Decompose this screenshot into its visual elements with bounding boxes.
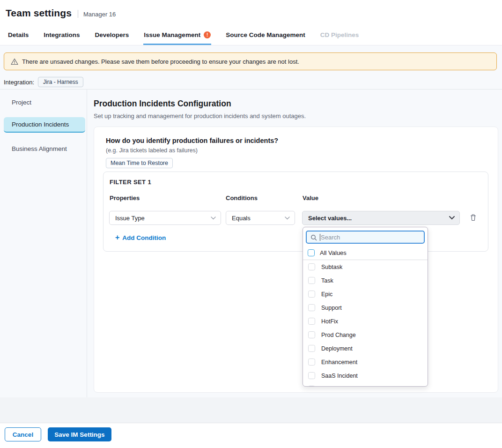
dropdown-search-input[interactable]: [307, 231, 424, 243]
warning-triangle-icon: [11, 58, 18, 65]
sidebar-divider: [87, 90, 87, 397]
properties-select-value: Issue Type: [115, 215, 145, 222]
tab-issue-management[interactable]: Issue Management !: [143, 26, 211, 45]
tab-integrations[interactable]: Integrations: [43, 26, 80, 45]
add-condition-button[interactable]: + Add Condition: [115, 234, 166, 242]
dropdown-option-label: All Values: [320, 249, 347, 256]
dropdown-option[interactable]: Customer Notification: [303, 382, 428, 387]
dropdown-option[interactable]: Task: [303, 274, 428, 287]
properties-select[interactable]: Issue Type: [109, 211, 221, 225]
dropdown-option[interactable]: Subtask: [303, 260, 428, 274]
tab-details[interactable]: Details: [7, 26, 29, 45]
unsaved-changes-banner: There are unsaved changes. Please save t…: [4, 52, 497, 70]
question-heading: How do you identify production failures …: [106, 137, 278, 144]
checkbox[interactable]: [308, 345, 315, 352]
chevron-down-icon: [285, 217, 290, 220]
integration-label: Integration:: [4, 79, 34, 86]
value-select-placeholder: Select values...: [308, 215, 352, 222]
page-header: Team settings Manager 16: [0, 0, 502, 26]
dropdown-option-label: Prod Change: [321, 332, 356, 338]
save-im-settings-button[interactable]: Save IM Settings: [48, 427, 111, 441]
tab-cd-pipelines: CD Pipelines: [320, 26, 360, 45]
checkbox[interactable]: [308, 291, 315, 298]
sidebar-item-label: Business Alignment: [12, 145, 67, 152]
dropdown-option-label: HotFix: [321, 318, 338, 325]
tab-label: CD Pipelines: [320, 31, 359, 38]
page-title: Team settings: [6, 7, 72, 19]
checkbox[interactable]: [308, 372, 315, 379]
section-subtitle: Set up tracking and management for produ…: [94, 112, 306, 119]
tab-developers[interactable]: Developers: [95, 26, 130, 45]
checkbox[interactable]: [308, 331, 315, 338]
dropdown-option-label: Customer Notification: [321, 386, 377, 387]
text-cursor: [320, 234, 320, 241]
delete-filter-button[interactable]: [469, 213, 477, 222]
tab-label: Source Code Management: [226, 31, 305, 38]
alert-badge-icon: !: [204, 31, 211, 38]
banner-text: There are unsaved changes. Please save t…: [22, 58, 299, 65]
dropdown-option-label: SaaS Incident: [321, 373, 358, 379]
value-multiselect[interactable]: Select values...: [302, 211, 460, 225]
conditions-select[interactable]: Equals: [226, 211, 295, 225]
dropdown-option-label: Deployment: [321, 345, 353, 352]
horizontal-divider: [0, 89, 502, 90]
bottom-band: [0, 397, 502, 423]
chevron-down-icon: [211, 217, 216, 220]
dropdown-option[interactable]: Enhancement: [303, 355, 428, 369]
question-hint: (e.g. Jira tickets labeled as failures): [106, 147, 198, 154]
column-label-properties: Properties: [110, 194, 140, 202]
column-label-conditions: Conditions: [226, 194, 258, 202]
cancel-button[interactable]: Cancel: [5, 427, 41, 441]
integration-row: Integration: Jira - Harness: [4, 77, 83, 87]
dropdown-option[interactable]: Deployment: [303, 342, 428, 355]
dropdown-option[interactable]: Prod Change: [303, 328, 428, 342]
tab-label: Developers: [95, 31, 129, 38]
tab-bar: Details Integrations Developers Issue Ma…: [0, 26, 502, 45]
sidebar-item-label: Production Incidents: [12, 121, 69, 128]
column-label-value: Value: [303, 194, 318, 202]
title-separator: [78, 10, 78, 18]
integration-chip: Jira - Harness: [38, 77, 83, 87]
tab-source-code-management[interactable]: Source Code Management: [225, 26, 306, 45]
chevron-down-icon: [449, 216, 455, 220]
sidebar-item-business-alignment[interactable]: Business Alignment: [4, 142, 85, 156]
dropdown-option[interactable]: SaaS Incident: [303, 369, 428, 382]
add-condition-label: Add Condition: [122, 234, 166, 241]
dropdown-search-box: [306, 231, 425, 244]
conditions-select-value: Equals: [232, 215, 251, 222]
dropdown-option-label: Epic: [321, 291, 332, 298]
search-icon: [310, 234, 317, 243]
dropdown-option[interactable]: Support: [303, 301, 428, 314]
team-name: Manager 16: [83, 11, 116, 18]
trash-icon: [470, 214, 477, 221]
checkbox[interactable]: [308, 304, 315, 311]
dropdown-option[interactable]: HotFix: [303, 314, 428, 328]
metric-chip-mean-time-to-restore[interactable]: Mean Time to Restore: [106, 158, 173, 168]
dropdown-options-list: Subtask Task Epic Support HotFix Prod Ch…: [303, 260, 428, 387]
dropdown-option-label: Enhancement: [321, 359, 357, 366]
sidebar-item-project[interactable]: Project: [4, 95, 85, 109]
tab-label: Integrations: [44, 31, 80, 38]
checkbox[interactable]: [308, 318, 315, 325]
dropdown-option[interactable]: Epic: [303, 287, 428, 301]
checkbox[interactable]: [308, 249, 315, 256]
sidebar-item-production-incidents[interactable]: Production Incidents: [4, 117, 85, 133]
dropdown-option-label: Support: [321, 305, 342, 311]
filter-set-title: FILTER SET 1: [110, 179, 151, 186]
checkbox[interactable]: [308, 263, 315, 270]
section-title: Production Incidents Configuration: [94, 99, 231, 109]
dropdown-option-all-values[interactable]: All Values: [303, 247, 428, 259]
value-dropdown-panel: All Values Subtask Task Epic Support Hot…: [303, 227, 428, 387]
dropdown-option-label: Task: [321, 277, 333, 284]
checkbox[interactable]: [308, 277, 315, 284]
checkbox[interactable]: [308, 386, 315, 387]
dropdown-option-label: Subtask: [321, 264, 342, 270]
tab-label: Issue Management: [144, 31, 200, 38]
checkbox[interactable]: [308, 358, 315, 366]
tab-label: Details: [8, 31, 29, 38]
sidebar-item-label: Project: [12, 99, 31, 106]
plus-icon: +: [115, 233, 119, 242]
